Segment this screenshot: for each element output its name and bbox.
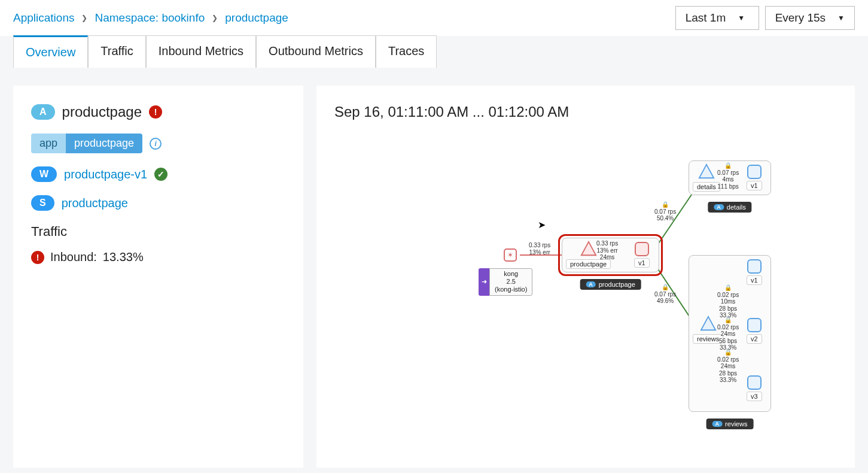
workload-label: v3: [747, 392, 762, 401]
lock-icon: 🔒: [662, 201, 669, 208]
chevron-right-icon: ❯: [212, 14, 218, 22]
unknown-node[interactable]: ✶: [504, 248, 517, 262]
tab-traces[interactable]: Traces: [376, 35, 437, 68]
traffic-inbound-value: 13.33%: [103, 250, 144, 264]
caret-down-icon: ▼: [738, 14, 745, 22]
group-label-details: Adetails: [708, 202, 751, 213]
edge-label-reviews-v1: 🔒 0.02 rps 10ms 28 bps 33.3%: [717, 284, 739, 319]
ingress-name: kong: [495, 270, 527, 278]
label-key: app: [31, 134, 66, 153]
workload-node-reviews-v3[interactable]: v3: [747, 375, 762, 401]
app-badge: A: [31, 104, 55, 120]
workload-label: v1: [747, 181, 762, 190]
time-range-select[interactable]: Last 1m ▼: [675, 6, 759, 30]
svg-marker-10: [701, 317, 715, 330]
error-icon: !: [31, 251, 44, 264]
workload-node-reviews-v2[interactable]: v2: [747, 318, 762, 344]
time-range-value: Last 1m: [686, 11, 726, 25]
graph-panel: Sep 16, 01:11:00 AM ... 01:12:00 AM: [316, 86, 855, 468]
ingress-node-kong[interactable]: ➜ kong 2.5 (kong-istio): [479, 268, 532, 296]
edge-label-details-v1: 🔒 0.07 rps 4ms 111 bps: [717, 162, 739, 190]
lock-icon: 🔒: [662, 284, 669, 290]
label-value: productpage: [66, 134, 142, 153]
workload-label: v2: [747, 334, 762, 344]
group-label-reviews: Areviews: [706, 419, 754, 429]
info-icon[interactable]: i: [150, 138, 162, 150]
lock-icon: 🔒: [724, 162, 732, 169]
workload-node-details-v1[interactable]: v1: [747, 165, 762, 190]
workload-node-reviews-v1[interactable]: v1: [747, 259, 762, 285]
edge-label-productpage-reviews: 🔒 0.07 rps 49.6%: [654, 284, 676, 305]
workload-label: v1: [634, 258, 650, 268]
edge-label-productpage-v1: 0.33 rps 13% err 24ms: [596, 240, 618, 261]
tab-traffic[interactable]: Traffic: [88, 35, 145, 68]
workload-label: v1: [747, 275, 762, 285]
tab-overview[interactable]: Overview: [13, 35, 88, 68]
lock-icon: 🔒: [724, 317, 732, 323]
tab-inbound-metrics[interactable]: Inbound Metrics: [146, 35, 256, 68]
traffic-inbound-label: Inbound:: [50, 250, 97, 264]
workload-node-productpage-v1[interactable]: v1: [634, 242, 650, 268]
app-info-card: A productpage ! app productpage i W prod…: [13, 86, 303, 468]
topology-graph[interactable]: ➤ ➜ kong 2.5 (kong-istio) ✶ 0.33 rps 13%…: [334, 138, 837, 450]
service-link[interactable]: productpage: [62, 196, 128, 210]
service-node-details[interactable]: details: [693, 163, 720, 192]
traffic-inbound-row: ! Inbound: 13.33%: [31, 250, 285, 264]
edge-label-kong-productpage: 0.33 rps 13% err: [529, 242, 550, 256]
content-area: A productpage ! app productpage i W prod…: [0, 68, 868, 473]
breadcrumb-applications[interactable]: Applications: [13, 11, 74, 25]
refresh-interval-select[interactable]: Every 15s ▼: [765, 6, 855, 30]
workload-badge: W: [31, 166, 57, 182]
svg-marker-8: [581, 242, 595, 255]
tabs: Overview Traffic Inbound Metrics Outboun…: [0, 36, 868, 68]
edge-label-productpage-details: 🔒 0.07 rps 50.4%: [654, 201, 676, 222]
breadcrumb: Applications ❯ Namespace: bookinfo ❯ pro…: [13, 11, 288, 25]
breadcrumb-app[interactable]: productpage: [225, 11, 288, 25]
caret-down-icon: ▼: [837, 14, 845, 22]
ingress-arrow-icon: ➜: [479, 268, 489, 296]
ok-icon: ✓: [154, 168, 167, 181]
service-label: details: [693, 182, 720, 192]
workload-link[interactable]: productpage-v1: [64, 168, 147, 181]
group-label-productpage: Aproductpage: [580, 279, 641, 290]
app-label-chip: app productpage: [31, 134, 142, 153]
edge-label-reviews-v2: 🔒 0.02 rps 24ms 56 bps 33.3%: [717, 317, 739, 351]
header-controls: Last 1m ▼ Every 15s ▼: [675, 6, 855, 30]
svg-marker-9: [699, 165, 714, 178]
header-bar: Applications ❯ Namespace: bookinfo ❯ pro…: [0, 0, 868, 36]
app-name: productpage: [62, 104, 142, 120]
breadcrumb-namespace[interactable]: Namespace: bookinfo: [95, 11, 205, 25]
ingress-namespace: (kong-istio): [495, 286, 527, 293]
service-badge: S: [31, 195, 54, 211]
lock-icon: 🔒: [724, 284, 732, 291]
chevron-right-icon: ❯: [81, 14, 87, 22]
graph-timerange: Sep 16, 01:11:00 AM ... 01:12:00 AM: [334, 104, 837, 120]
error-icon: !: [149, 105, 162, 119]
traffic-section-title: Traffic: [31, 224, 285, 239]
refresh-interval-value: Every 15s: [775, 11, 826, 25]
cursor-icon: ➤: [538, 219, 546, 231]
ingress-version: 2.5: [495, 278, 527, 286]
tab-outbound-metrics[interactable]: Outbound Metrics: [256, 35, 376, 68]
lock-icon: 🔒: [724, 349, 732, 356]
edge-label-reviews-v3: 🔒 0.02 rps 24ms 28 bps 33.3%: [717, 349, 739, 384]
